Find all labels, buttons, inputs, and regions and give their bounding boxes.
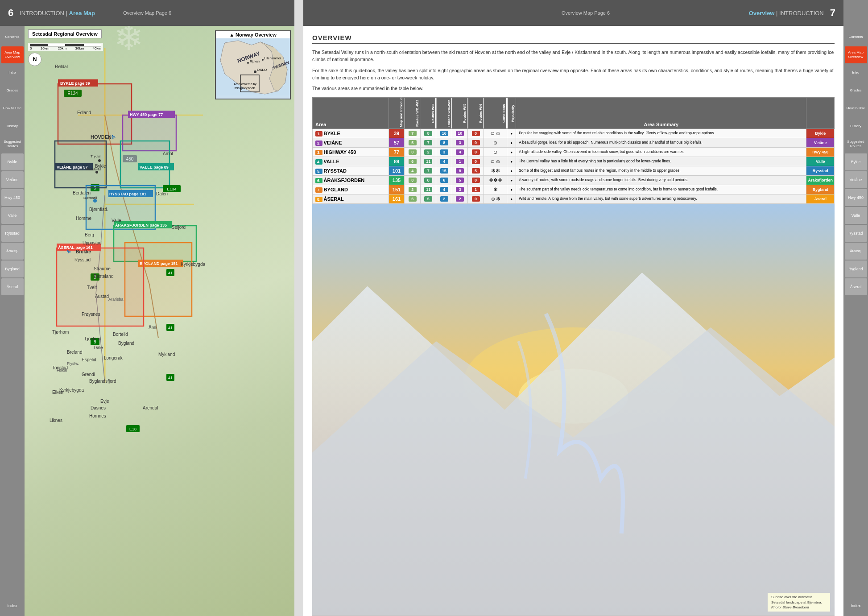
sidebar-item-history[interactable]: History	[1, 118, 24, 135]
rsidebar-contents[interactable]: Contents	[845, 29, 867, 45]
svg-text:Homme: Homme	[76, 216, 91, 221]
sidebar-label-cell: Valle	[806, 157, 835, 166]
rsidebar-how[interactable]: How to Use	[845, 100, 867, 117]
svg-text:⛷: ⛷	[67, 249, 72, 254]
rsidebar-rysstad[interactable]: Rysstad	[845, 225, 867, 242]
svg-text:Tveit: Tveit	[87, 285, 97, 290]
svg-text:⛷: ⛷	[112, 134, 116, 140]
sidebar-label-cell: Veiåne	[806, 138, 835, 148]
sidebar-item-araksfjorden[interactable]: Åraksfj.	[1, 243, 24, 260]
sidebar-item-suggested[interactable]: Suggested Routes	[1, 136, 24, 153]
landscape-svg	[312, 204, 835, 616]
overview-title: OVERVIEW	[312, 34, 835, 44]
svg-text:Berdalen: Berdalen	[73, 190, 91, 195]
table-row: 2.VEIÅNE5757830☺●A beautiful gorge, idea…	[313, 138, 835, 148]
route-cell-4: 0	[468, 148, 484, 157]
page-num-cell: 77	[389, 148, 405, 157]
svg-text:41: 41	[168, 376, 173, 380]
rsidebar-valle[interactable]: Valle	[845, 207, 867, 224]
svg-text:Flateland: Flateland	[86, 167, 101, 171]
rsidebar-suggested[interactable]: Suggested Routes	[845, 136, 867, 153]
rsidebar-veiane[interactable]: Veiåne	[845, 171, 867, 188]
right-header: Overview Map Page 6 Overview | INTRODUCT…	[303, 0, 843, 26]
sidebar-item-veiane[interactable]: Veiåne	[1, 171, 24, 188]
route-cell-0: 4	[405, 166, 420, 176]
sidebar-item-how[interactable]: How to Use	[1, 100, 24, 117]
sidebar-item-intro[interactable]: Intro	[1, 64, 24, 81]
route-cell-1: 7	[420, 138, 436, 148]
right-page: Overview Map Page 6 Overview | INTRODUCT…	[303, 0, 868, 616]
svg-text:Liknes: Liknes	[50, 418, 62, 423]
summary-cell: Popular ice cragging with some of the mo…	[516, 129, 806, 138]
svg-text:Tjørhom: Tjørhom	[52, 330, 69, 335]
svg-text:Mykland: Mykland	[158, 352, 175, 357]
summary-cell: A high-altitude side valley. Often cover…	[516, 148, 806, 157]
route-cell-2: 2	[436, 194, 452, 204]
svg-text:VEIÅNE page 57: VEIÅNE page 57	[57, 165, 88, 170]
table-row: 8.ÅSERAL16165220☺❄●Wild and remote. A lo…	[313, 194, 835, 204]
rsidebar-grades[interactable]: Grades	[845, 82, 867, 99]
svg-text:Seljord: Seljord	[172, 225, 186, 230]
col-header-wi6: Routes WI6	[468, 98, 484, 129]
route-cell-2: 4	[436, 157, 452, 166]
svg-text:Longerak: Longerak	[104, 356, 123, 360]
sidebar-label-cell: Åseral	[806, 194, 835, 204]
sidebar-item-bygland[interactable]: Bygland	[1, 260, 24, 277]
summary-cell: The southern part of the valley needs co…	[516, 185, 806, 194]
right-page-number: 7	[830, 7, 835, 19]
sidebar-label-cell: Rysstad	[806, 166, 835, 176]
map-svg: E134 9 9 9 450 BYKLE page 39 HWY 450 pag…	[25, 26, 294, 616]
sidebar-label-cell: Bygland	[806, 185, 835, 194]
col-header-wi12: Routes WI1-WI2	[405, 98, 420, 129]
route-cell-4: 0	[468, 129, 484, 138]
rsidebar-intro[interactable]: Intro	[845, 64, 867, 81]
svg-point-102	[254, 70, 256, 73]
route-cell-0: 2	[405, 185, 420, 194]
svg-text:BYGLAND page 151: BYGLAND page 151	[140, 261, 178, 266]
route-cell-1: 2	[420, 148, 436, 157]
rsidebar-bykle[interactable]: Bykle	[845, 153, 867, 170]
svg-text:41: 41	[168, 271, 173, 275]
svg-text:Fiskål: Fiskål	[57, 368, 67, 372]
col-header-area: Area	[313, 98, 389, 129]
rsidebar-aseral[interactable]: Åseral	[845, 278, 867, 295]
svg-text:Grendi: Grendi	[82, 372, 95, 377]
rsidebar-history[interactable]: History	[845, 118, 867, 135]
table-row: 6.ÅRAKSFJORDEN13508650❄❄❄●A variety of r…	[313, 176, 835, 185]
col-header-conditions: Conditions	[484, 98, 507, 129]
summary-cell: A variety of routes, with some roadside …	[516, 176, 806, 185]
sidebar-item-contents[interactable]: Contents	[1, 29, 24, 45]
scale-bar: 010km20km30km40km	[28, 43, 103, 51]
route-cell-1: 11	[420, 185, 436, 194]
rsidebar-hwy450[interactable]: Hwy 450	[845, 189, 867, 206]
rsidebar-bygland[interactable]: Bygland	[845, 260, 867, 277]
route-cell-2: 16	[436, 129, 452, 138]
svg-text:Dale: Dale	[94, 345, 103, 350]
svg-text:Valle: Valle	[112, 218, 121, 223]
sidebar-item-area-map[interactable]: Area Map Overview	[1, 46, 24, 63]
route-cell-3: 10	[452, 129, 467, 138]
col-header-wi45: Routes WI4-WI5	[436, 98, 452, 129]
sidebar-item-hwy450[interactable]: Hwy 450	[1, 189, 24, 206]
route-cell-2: 3	[436, 148, 452, 157]
rsidebar-index[interactable]: Index	[845, 597, 867, 614]
sidebar-item-valle[interactable]: Valle	[1, 207, 24, 224]
svg-text:Kyrkjebygda: Kyrkjebygda	[181, 262, 205, 267]
svg-text:41: 41	[168, 326, 173, 330]
svg-text:Bortelid: Bortelid	[113, 332, 128, 337]
svg-text:this guidebook: this guidebook	[235, 87, 255, 90]
sidebar-item-bykle[interactable]: Bykle	[1, 153, 24, 170]
rsidebar-area-map[interactable]: Area Map Overview	[845, 46, 867, 63]
route-cell-4: 1	[468, 185, 484, 194]
rsidebar-araksfjorden[interactable]: Åraksfj.	[845, 243, 867, 260]
route-cell-4: 0	[468, 157, 484, 166]
area-name-cell: 5.RYSSTAD	[313, 166, 389, 176]
sidebar-item-rysstad[interactable]: Rysstad	[1, 225, 24, 242]
table-row: 7.BYGLAND151211431❄●The southern part of…	[313, 185, 835, 194]
sidebar-item-grades[interactable]: Grades	[1, 82, 24, 99]
svg-text:RYSSTAD page 101: RYSSTAD page 101	[109, 192, 146, 196]
col-header-wi3: Routes WI3	[420, 98, 436, 129]
conditions-cell: ❄	[484, 185, 507, 194]
sidebar-item-index[interactable]: Index	[1, 597, 24, 614]
sidebar-item-aseral[interactable]: Åseral	[1, 278, 24, 295]
